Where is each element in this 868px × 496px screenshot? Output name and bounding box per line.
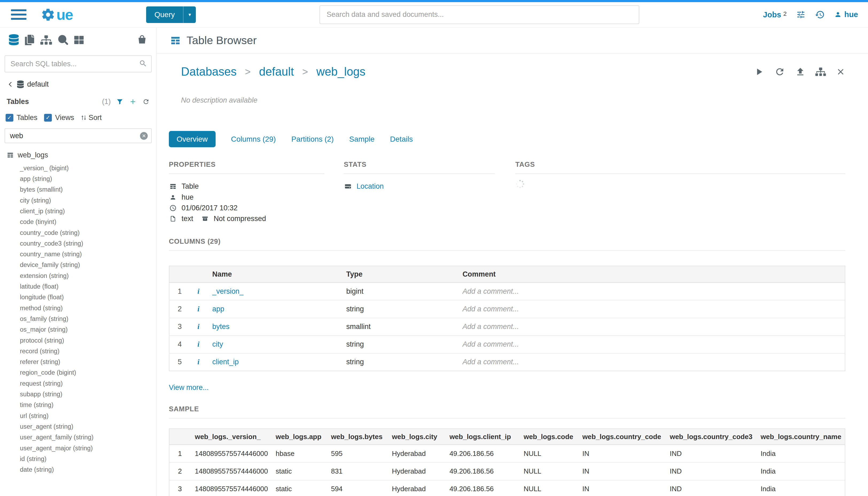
tree-column[interactable]: date (string) [7, 464, 156, 475]
sample-cell: 49.206.186.56 [445, 462, 519, 480]
info-icon[interactable]: i [198, 323, 199, 330]
column-comment[interactable]: Add a comment... [457, 353, 845, 371]
sample-header: web_logs._version_ [190, 429, 271, 445]
tab-overview[interactable]: Overview [169, 131, 216, 147]
tree-column[interactable]: bytes (smallint) [7, 184, 156, 195]
hamburger-menu-icon[interactable] [11, 9, 27, 20]
column-comment[interactable]: Add a comment... [457, 318, 845, 336]
tab-details[interactable]: Details [390, 135, 413, 143]
query-play-icon[interactable] [753, 66, 764, 77]
tree-column[interactable]: os_major (string) [7, 324, 156, 335]
add-plus-icon[interactable] [129, 98, 137, 106]
sample-header: web_logs.country_code [578, 429, 665, 445]
column-name-link[interactable]: city [207, 336, 341, 353]
view-more-link[interactable]: View more... [169, 384, 209, 392]
hierarchy-icon[interactable] [815, 67, 826, 76]
refresh-icon[interactable] [774, 66, 785, 77]
tree-column[interactable]: method (string) [7, 303, 156, 313]
tree-column[interactable]: id (string) [7, 453, 156, 464]
tree-column[interactable]: subapp (string) [7, 389, 156, 400]
sample-row: 3 1480895575574446000 static 594 Hyderab… [169, 480, 845, 496]
tree-column[interactable]: time (string) [7, 400, 156, 410]
sample-cell: static [271, 462, 327, 480]
breadcrumb-separator: > [245, 66, 251, 78]
tab-sample[interactable]: Sample [349, 135, 375, 143]
chevron-left-icon[interactable] [7, 81, 14, 88]
tree-table-web-logs[interactable]: web_logs [7, 151, 156, 159]
column-comment[interactable]: Add a comment... [457, 282, 845, 300]
column-comment[interactable]: Add a comment... [457, 336, 845, 353]
global-search-input[interactable] [319, 5, 640, 24]
tree-column[interactable]: url (string) [7, 410, 156, 421]
tree-column[interactable]: extension (string) [7, 270, 156, 281]
query-button-label[interactable]: Query [146, 6, 183, 23]
tables-checkbox[interactable]: ✓ [5, 114, 13, 122]
table-filter-input[interactable] [4, 128, 152, 143]
tab-columns[interactable]: Columns (29) [231, 135, 276, 143]
tree-column[interactable]: referer (string) [7, 356, 156, 367]
tree-column[interactable]: longitude (float) [7, 292, 156, 303]
column-name-link[interactable]: bytes [207, 318, 341, 336]
hue-logo[interactable]: ue [41, 6, 98, 23]
column-name-link[interactable]: client_ip [207, 353, 341, 371]
sitemap-cluster-icon[interactable] [40, 35, 52, 45]
query-dropdown-caret-icon[interactable]: ▾ [183, 6, 196, 23]
tab-partitions[interactable]: Partitions (2) [291, 135, 334, 143]
sql-database-icon[interactable] [9, 34, 19, 45]
sample-cell: Hyderabad [388, 462, 445, 480]
search-plus-icon[interactable] [58, 35, 68, 45]
location-link[interactable]: Location [357, 182, 384, 190]
apps-grid-icon[interactable] [74, 35, 84, 45]
jobs-link[interactable]: Jobs2 [763, 10, 787, 19]
sql-tables-search-input[interactable] [4, 55, 152, 73]
tree-column[interactable]: latitude (float) [7, 281, 156, 292]
tree-column[interactable]: client_ip (string) [7, 206, 156, 216]
tree-column[interactable]: app (string) [7, 173, 156, 184]
tree-column[interactable]: user_agent_major (string) [7, 443, 156, 453]
info-icon[interactable]: i [198, 340, 199, 348]
query-button[interactable]: Query ▾ [146, 6, 196, 23]
tree-column[interactable]: country_code (string) [7, 228, 156, 238]
tree-column[interactable]: protocol (string) [7, 335, 156, 346]
stats-location-row: Location [344, 181, 495, 192]
tree-column[interactable]: code (tinyint) [7, 216, 156, 227]
column-row: 1 i _version_ bigint Add a comment... [169, 282, 845, 300]
upload-icon[interactable] [795, 66, 805, 77]
column-name-link[interactable]: app [207, 300, 341, 318]
documents-copy-icon[interactable] [25, 35, 34, 45]
info-icon[interactable]: i [198, 358, 199, 366]
views-checkbox[interactable]: ✓ [44, 114, 52, 122]
current-database-name[interactable]: default [27, 80, 49, 89]
breadcrumb-default[interactable]: default [259, 65, 294, 78]
info-icon[interactable]: i [198, 305, 199, 313]
column-name-link[interactable]: _version_ [207, 282, 341, 300]
info-icon[interactable]: i [198, 287, 199, 295]
tree-column[interactable]: city (string) [7, 195, 156, 206]
tree-column[interactable]: country_code3 (string) [7, 238, 156, 249]
tree-column[interactable]: device_family (string) [7, 260, 156, 270]
tree-column[interactable]: os_family (string) [7, 313, 156, 324]
tree-column[interactable]: request (string) [7, 378, 156, 389]
search-icon[interactable] [139, 59, 147, 67]
tree-column[interactable]: _version_ (bigint) [7, 163, 156, 173]
sort-toggle[interactable]: Sort [81, 113, 101, 122]
tree-column[interactable]: region_code (bigint) [7, 367, 156, 378]
tree-column[interactable]: user_agent (string) [7, 421, 156, 432]
column-comment[interactable]: Add a comment... [457, 300, 845, 318]
clear-filter-icon[interactable]: ✕ [140, 132, 148, 140]
overview-meta: PROPERTIES Table [169, 160, 845, 224]
breadcrumb-web-logs[interactable]: web_logs [316, 65, 365, 78]
sample-cell: IND [665, 480, 756, 496]
history-icon[interactable] [815, 10, 825, 19]
column-type: smallint [341, 318, 457, 336]
user-menu[interactable]: hue [834, 10, 858, 19]
filter-funnel-icon[interactable] [116, 98, 123, 105]
close-icon[interactable] [836, 67, 845, 76]
tree-column[interactable]: country_name (string) [7, 249, 156, 260]
breadcrumb-databases[interactable]: Databases [181, 65, 237, 78]
refresh-icon[interactable] [142, 98, 149, 105]
sliders-settings-icon[interactable] [796, 10, 805, 19]
basket-icon[interactable] [137, 35, 147, 45]
tree-column[interactable]: user_agent_family (string) [7, 432, 156, 443]
tree-column[interactable]: record (string) [7, 346, 156, 356]
